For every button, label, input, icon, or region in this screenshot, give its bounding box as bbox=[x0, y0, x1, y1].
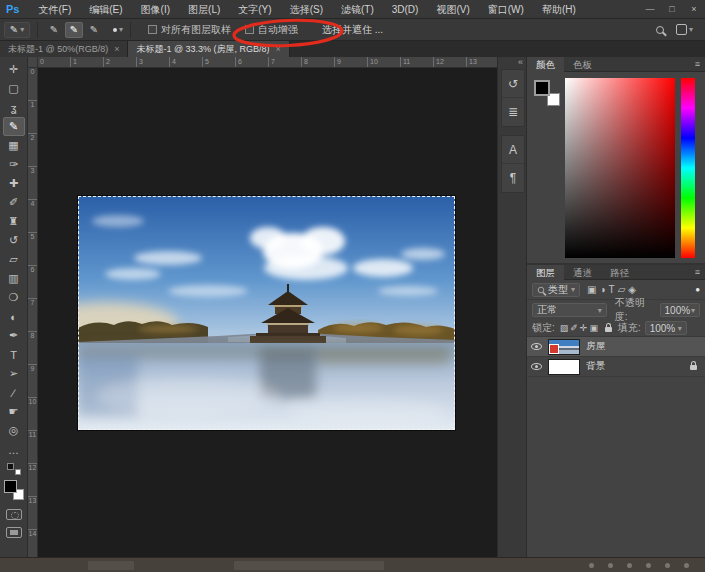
workspace-switcher[interactable]: ▾ bbox=[676, 24, 693, 35]
canvas-area[interactable] bbox=[38, 68, 497, 557]
paragraph-panel-icon[interactable]: ¶ bbox=[502, 164, 524, 192]
filter-pixel-layers-icon[interactable]: ▣ bbox=[587, 284, 596, 295]
close-icon[interactable]: × bbox=[114, 44, 119, 54]
add-to-selection-mode-button[interactable]: ✎ bbox=[65, 22, 83, 38]
close-button[interactable]: × bbox=[683, 0, 705, 19]
menu-item[interactable]: 选择(S) bbox=[281, 0, 332, 19]
screen-mode-button[interactable] bbox=[6, 527, 22, 538]
type-tool[interactable]: T bbox=[3, 345, 25, 364]
document-tab[interactable]: 未标题-1 @ 50%(RGB/8) × bbox=[0, 41, 128, 57]
layer-filter-type-dropdown[interactable]: 类型 ▾ bbox=[532, 283, 580, 297]
quick-selection-tool[interactable]: ✎ bbox=[3, 117, 25, 136]
menu-item[interactable]: 窗口(W) bbox=[479, 0, 533, 19]
hand-tool[interactable]: ☛ bbox=[3, 402, 25, 421]
sample-all-layers-checkbox[interactable]: 对所有图层取样 bbox=[148, 23, 231, 37]
layer-visibility-eye-icon[interactable] bbox=[531, 343, 542, 350]
layer-thumbnail[interactable] bbox=[548, 339, 580, 355]
menu-item[interactable]: 文字(Y) bbox=[229, 0, 280, 19]
dodge-tool[interactable]: ◐ bbox=[3, 307, 25, 326]
menu-item[interactable]: 编辑(E) bbox=[80, 0, 131, 19]
tray-icon bbox=[665, 563, 670, 568]
ruler-number: 11 bbox=[28, 431, 37, 464]
tool-preset-picker[interactable]: ✎ ▾ bbox=[4, 22, 30, 38]
blend-mode-dropdown[interactable]: 正常 ▾ bbox=[532, 303, 607, 317]
quick-mask-button[interactable] bbox=[6, 509, 22, 520]
history-panel-icon[interactable]: ↺ bbox=[502, 70, 524, 98]
foreground-background-swatches[interactable] bbox=[3, 479, 25, 501]
crop-tool[interactable]: ▦ bbox=[3, 136, 25, 155]
layer-name[interactable]: 房屋 bbox=[586, 340, 605, 353]
filter-toggle-icon[interactable]: ● bbox=[695, 285, 700, 294]
eraser-tool[interactable]: ▱ bbox=[3, 250, 25, 269]
spot-healing-tool[interactable]: ✚ bbox=[3, 174, 25, 193]
lock-artboard-icon[interactable]: ▣ bbox=[589, 323, 598, 333]
filter-shape-layers-icon[interactable]: ▱ bbox=[618, 284, 626, 295]
lock-transparency-icon[interactable]: ▨ bbox=[560, 323, 569, 333]
close-icon[interactable]: × bbox=[276, 44, 281, 54]
tab-swatches[interactable]: 色板 bbox=[564, 57, 601, 72]
menu-item[interactable]: 图像(I) bbox=[132, 0, 179, 19]
clone-stamp-tool[interactable]: ♜ bbox=[3, 212, 25, 231]
tab-paths[interactable]: 路径 bbox=[601, 265, 638, 280]
chevron-down-icon: ▾ bbox=[691, 306, 695, 315]
quick-selection-icon: ✎ bbox=[10, 24, 18, 35]
character-panel-icon[interactable]: A bbox=[502, 136, 524, 164]
zoom-tool[interactable]: ◎ bbox=[3, 421, 25, 440]
hue-ramp[interactable] bbox=[681, 78, 695, 258]
blur-tool[interactable]: ❍ bbox=[3, 288, 25, 307]
layer-visibility-eye-icon[interactable] bbox=[531, 363, 542, 370]
saturation-brightness-field[interactable] bbox=[565, 78, 675, 258]
subtract-from-selection-mode-button[interactable]: ✎ bbox=[85, 22, 103, 38]
new-selection-mode-button[interactable]: ✎ bbox=[45, 22, 63, 38]
history-brush-tool[interactable]: ↺ bbox=[3, 231, 25, 250]
document-image[interactable] bbox=[78, 196, 455, 430]
lock-pixels-icon[interactable]: ✐ bbox=[570, 323, 578, 333]
auto-enhance-checkbox[interactable]: 自动增强 bbox=[245, 23, 298, 37]
pen-tool[interactable]: ✒ bbox=[3, 326, 25, 345]
collapse-panels-icon[interactable]: « bbox=[518, 57, 523, 67]
path-selection-tool[interactable]: ➢ bbox=[3, 364, 25, 383]
menu-item[interactable]: 图层(L) bbox=[179, 0, 229, 19]
layer-thumbnail[interactable] bbox=[548, 359, 580, 375]
filter-type-layers-icon[interactable]: T bbox=[609, 284, 615, 295]
ruler-number: 10 bbox=[28, 398, 37, 431]
gradient-tool[interactable]: ▥ bbox=[3, 269, 25, 288]
eyedropper-tool[interactable]: ✑ bbox=[3, 155, 25, 174]
menu-item[interactable]: 视图(V) bbox=[427, 0, 478, 19]
more-tools[interactable]: … bbox=[3, 440, 25, 459]
opacity-dropdown[interactable]: 100% ▾ bbox=[660, 303, 700, 317]
brush-tool[interactable]: ✐ bbox=[3, 193, 25, 212]
layer-row-background[interactable]: 背景 bbox=[527, 357, 705, 377]
foreground-color-swatch[interactable] bbox=[534, 80, 550, 96]
fill-dropdown[interactable]: 100% ▾ bbox=[645, 321, 687, 335]
menu-item[interactable]: 滤镜(T) bbox=[332, 0, 383, 19]
tab-color[interactable]: 颜色 bbox=[527, 57, 564, 72]
panel-menu-icon[interactable]: ≡ bbox=[695, 59, 700, 69]
default-colors-icon[interactable] bbox=[7, 463, 21, 475]
marquee-tool[interactable]: ▢ bbox=[3, 79, 25, 98]
layer-row-house[interactable]: 房屋 bbox=[527, 337, 705, 357]
lasso-tool[interactable]: ʓ bbox=[3, 98, 25, 117]
brush-size-picker[interactable]: ▾ bbox=[113, 25, 123, 34]
tab-channels[interactable]: 通道 bbox=[564, 265, 601, 280]
select-and-mask-button[interactable]: 选择并遮住 ... bbox=[316, 21, 389, 39]
lock-all-icon[interactable] bbox=[605, 327, 612, 332]
maximize-button[interactable]: □ bbox=[661, 0, 683, 19]
line-tool[interactable]: ∕ bbox=[3, 383, 25, 402]
foreground-color-swatch[interactable] bbox=[4, 480, 17, 493]
lock-position-icon[interactable]: ✛ bbox=[580, 323, 588, 333]
menu-item[interactable]: 3D(D) bbox=[383, 0, 428, 19]
menu-item[interactable]: 文件(F) bbox=[29, 0, 80, 19]
search-icon[interactable] bbox=[656, 26, 664, 34]
document-tab[interactable]: 未标题-1 @ 33.3% (房屋, RGB/8) × bbox=[128, 41, 289, 57]
properties-panel-icon[interactable]: ≣ bbox=[502, 98, 524, 126]
minimize-button[interactable]: — bbox=[639, 0, 661, 19]
filter-adjustment-layers-icon[interactable]: ◑ bbox=[599, 284, 605, 295]
panel-menu-icon[interactable]: ≡ bbox=[695, 267, 700, 277]
tab-layers[interactable]: 图层 bbox=[527, 265, 564, 280]
horizontal-ruler: 012345678910111213 bbox=[38, 57, 497, 68]
move-tool[interactable]: ✛ bbox=[3, 60, 25, 79]
menu-item[interactable]: 帮助(H) bbox=[533, 0, 585, 19]
layer-name[interactable]: 背景 bbox=[586, 360, 605, 373]
filter-smart-objects-icon[interactable]: ◈ bbox=[628, 284, 636, 295]
